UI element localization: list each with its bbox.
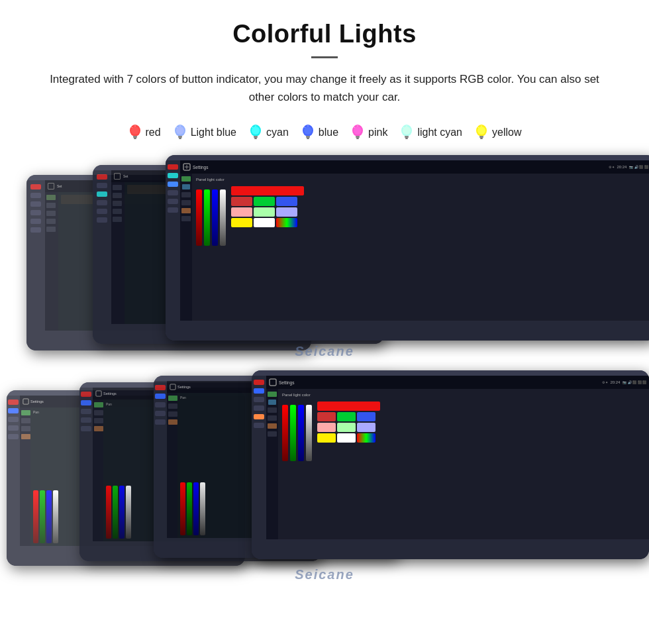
svg-rect-46 [270,379,276,386]
color-label-light-cyan: light cyan [417,127,462,138]
bottom-device-group: Settings Pan [7,370,642,589]
svg-rect-20 [306,136,310,138]
svg-rect-44 [96,391,101,396]
color-label-cyan: cyan [266,127,289,138]
color-item-light-cyan: light cyan [399,123,462,142]
top-device-group: Set [20,155,629,367]
bulb-icon-light-cyan [399,123,414,142]
bulb-icon-yellow [474,123,489,142]
bulb-icon-red [128,123,142,142]
color-item-pink: pink [350,123,387,142]
color-item-cyan: cyan [248,123,289,142]
device-bot-4: Settings ⚙ ✦ 20:24 📷 🔊 ⬛ ⬛ ⬛ Panel light… [252,370,649,559]
svg-rect-32 [405,136,409,138]
color-label-yellow: yellow [492,127,521,138]
color-label-blue: blue [319,127,338,138]
header-description: Integrated with 7 colors of button indic… [40,70,609,106]
svg-rect-43 [23,399,28,404]
panel-light-label-bot: Panel light color [282,393,645,397]
svg-rect-2 [133,136,137,138]
svg-rect-3 [134,138,136,139]
bulb-icon-pink [350,123,365,142]
svg-rect-21 [307,138,309,139]
svg-rect-27 [356,138,359,139]
svg-rect-45 [170,384,175,390]
svg-rect-38 [479,136,483,138]
color-item-light-blue: Light blue [173,123,236,142]
color-item-blue: blue [301,123,338,142]
bulb-icon-cyan [248,123,263,142]
color-label-red: red [146,127,161,138]
svg-rect-14 [254,136,258,138]
watermark-bottom: Seicane [295,567,354,582]
device-top-3: Settings ⚙ ✦ 20:24 📷 🔊 ⬛ ⬛ ⬛ Panel light [166,155,649,341]
title-divider [311,56,338,58]
svg-rect-9 [179,138,181,139]
panel-light-label: Panel light color [196,178,649,182]
color-label-light-blue: Light blue [191,127,236,138]
svg-rect-33 [405,138,408,139]
header-section: Colorful Lights Integrated with 7 colors… [0,0,649,113]
color-item-yellow: yellow [474,123,521,142]
color-labels-row: red Light blue c [0,113,649,148]
bulb-icon-light-blue [173,123,187,142]
bulb-icon-blue [301,123,315,142]
page-title: Colorful Lights [13,20,636,48]
svg-rect-8 [178,136,182,138]
svg-rect-15 [254,138,257,139]
svg-rect-26 [356,136,360,138]
color-label-pink: pink [368,127,387,138]
color-item-red: red [128,123,161,142]
svg-rect-39 [480,138,483,139]
